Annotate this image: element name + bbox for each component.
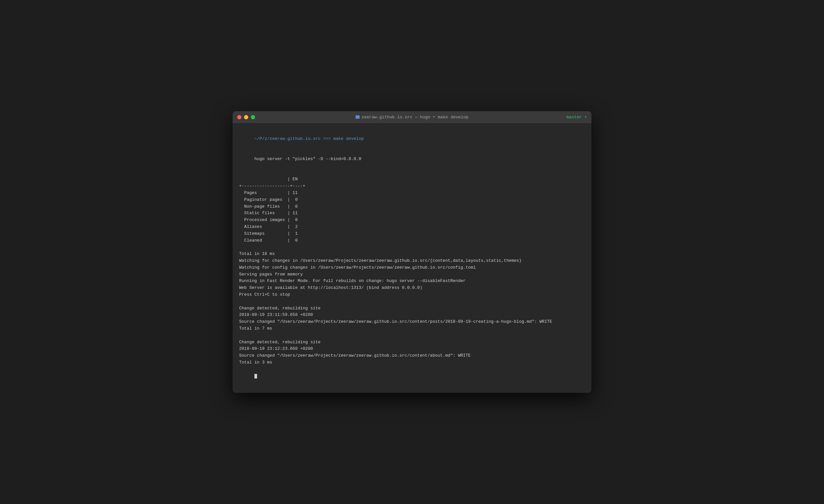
table-row-paginator: Paginator pages | 0 bbox=[239, 197, 585, 204]
table-row-aliases: Aliases | 2 bbox=[239, 224, 585, 231]
cursor-line bbox=[239, 366, 585, 386]
press-ctrl-c: Press Ctrl+C to stop bbox=[239, 291, 585, 298]
title-label: zeeraw.github.io.src — hugo • make devel… bbox=[362, 115, 469, 120]
table-row-sitemaps: Sitemaps | 1 bbox=[239, 231, 585, 237]
timestamp-2: 2018-09-19 23:12:23.660 +0200 bbox=[239, 346, 585, 352]
maximize-button[interactable] bbox=[251, 115, 255, 119]
prompt-text: ~/P/z/zeeraw.github.io.src >>> make deve… bbox=[254, 136, 364, 141]
command-text: hugo server -t "pickles" -D --bind=0.0.0… bbox=[254, 156, 362, 161]
table-row-pages: Pages | 11 bbox=[239, 190, 585, 197]
close-button[interactable] bbox=[237, 115, 241, 119]
total-time-1: Total in 18 ms bbox=[239, 251, 585, 258]
title-icon bbox=[355, 115, 359, 119]
table-row-images: Processed images | 0 bbox=[239, 217, 585, 224]
web-server: Web Server is available at http://localh… bbox=[239, 285, 585, 291]
table-divider: +-------------------+----+ bbox=[239, 183, 585, 190]
table-row-cleaned: Cleaned | 0 bbox=[239, 237, 585, 244]
empty-line-2 bbox=[239, 244, 585, 251]
table-row-static: Static files | 11 bbox=[239, 210, 585, 217]
serving-pages: Serving pages from memory bbox=[239, 271, 585, 278]
branch-label: master + bbox=[566, 115, 587, 120]
change-detected-2: Change detected, rebuilding site bbox=[239, 339, 585, 346]
total-time-2: Total in 7 ms bbox=[239, 325, 585, 332]
minimize-button[interactable] bbox=[244, 115, 248, 119]
cursor bbox=[254, 374, 257, 378]
source-changed-2: Source changed "/Users/zeeraw/Projects/z… bbox=[239, 352, 585, 359]
table-header: | EN bbox=[239, 176, 585, 183]
empty-line-1 bbox=[239, 169, 585, 176]
window-title: zeeraw.github.io.src — hugo • make devel… bbox=[355, 115, 469, 120]
watching-content: Watching for changes in /Users/zeeraw/Pr… bbox=[239, 258, 585, 264]
total-time-3: Total in 3 ms bbox=[239, 359, 585, 366]
timestamp-1: 2018-09-19 23:11:59.658 +0200 bbox=[239, 312, 585, 319]
terminal-body[interactable]: ~/P/z/zeeraw.github.io.src >>> make deve… bbox=[232, 124, 592, 393]
prompt-line: ~/P/z/zeeraw.github.io.src >>> make deve… bbox=[239, 129, 585, 149]
table-row-nonpage: Non-page files | 0 bbox=[239, 204, 585, 210]
fast-render: Running in Fast Render Mode. For full re… bbox=[239, 278, 585, 285]
empty-line-3 bbox=[239, 298, 585, 305]
titlebar: zeeraw.github.io.src — hugo • make devel… bbox=[232, 111, 592, 124]
traffic-lights bbox=[237, 115, 255, 119]
source-changed-1: Source changed "/Users/zeeraw/Projects/z… bbox=[239, 319, 585, 325]
change-detected-1: Change detected, rebuilding site bbox=[239, 305, 585, 312]
command-line: hugo server -t "pickles" -D --bind=0.0.0… bbox=[239, 149, 585, 169]
terminal-window: zeeraw.github.io.src — hugo • make devel… bbox=[232, 111, 592, 393]
empty-line-4 bbox=[239, 332, 585, 339]
watching-config: Watching for config changes in /Users/ze… bbox=[239, 264, 585, 271]
